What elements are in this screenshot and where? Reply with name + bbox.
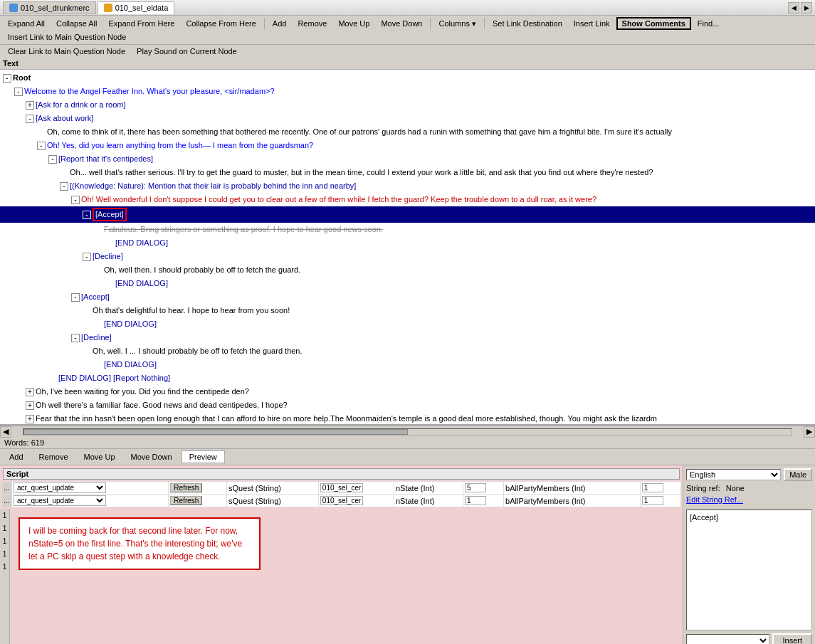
script-row1-refresh-btn[interactable]: Refresh bbox=[170, 483, 202, 492]
script-row1-p3l: bAllPartyMembers (Int) bbox=[504, 482, 641, 495]
tree-area[interactable]: - Root - Welcome to the Angel Feather In… bbox=[0, 70, 815, 426]
toolbar-row2: Clear Link to Main Question Node Play So… bbox=[0, 45, 815, 58]
expander-knowledge[interactable]: - bbox=[60, 182, 68, 191]
script-row2-refresh: Refresh bbox=[169, 495, 227, 507]
expander-wonderful[interactable]: - bbox=[71, 196, 80, 204]
expander-welcome[interactable]: - bbox=[14, 88, 23, 96]
expander-waiting[interactable]: + bbox=[26, 388, 34, 396]
expander-decline1[interactable]: - bbox=[83, 253, 91, 261]
script-row1-p2-input[interactable] bbox=[465, 483, 486, 492]
script-row2-p1-input[interactable] bbox=[320, 496, 363, 505]
show-comments-btn[interactable]: Show Comments bbox=[616, 17, 691, 30]
expander-familiar[interactable]: + bbox=[26, 401, 34, 410]
script-row-2: ... acr_quest_update Refresh sQuest (Str… bbox=[2, 495, 681, 507]
tree-node-knowledge: - [(Knowledge: Nature): Mention that the… bbox=[0, 179, 815, 193]
bottom-move-up-btn[interactable]: Move Up bbox=[78, 451, 122, 463]
insert-link-main-btn[interactable]: Insert Link to Main Question Node bbox=[3, 31, 131, 43]
edit-string-ref-link[interactable]: Edit String Ref... bbox=[686, 495, 743, 504]
nav-next[interactable]: ▶ bbox=[801, 2, 812, 14]
expander-learn[interactable]: - bbox=[37, 142, 46, 150]
collapse-from-here-btn[interactable]: Collapse From Here bbox=[181, 18, 261, 29]
row-numbers: 1 1 1 1 1 bbox=[0, 509, 10, 644]
clear-link-main-btn[interactable]: Clear Link to Main Question Node bbox=[3, 46, 130, 57]
tree-node-serious: Oh... well that's rather serious. I'll t… bbox=[0, 166, 815, 179]
insert-link-btn[interactable]: Insert Link bbox=[569, 18, 615, 29]
tree-node-end1: [END DIALOG] bbox=[0, 236, 815, 250]
script-row2-p3-input[interactable] bbox=[642, 496, 663, 505]
word-count: Words: 619 bbox=[0, 437, 815, 449]
script-row2-dots: ... bbox=[2, 495, 12, 507]
callout-row-area: 1 1 1 1 1 I will be coming back for that… bbox=[0, 509, 683, 644]
tree-node-decline2: - [Decline] bbox=[0, 331, 815, 344]
insert-combo[interactable] bbox=[686, 634, 769, 644]
expander-work[interactable]: - bbox=[26, 115, 34, 123]
tree-node-accept2: - [Accept] bbox=[0, 290, 815, 304]
tree-node-end2: [END DIALOG] bbox=[0, 277, 815, 290]
tree-node-end4: [END DIALOG] bbox=[0, 358, 815, 371]
bottom-move-down-btn[interactable]: Move Down bbox=[125, 451, 179, 463]
language-row: English Male bbox=[686, 468, 812, 481]
move-up-btn[interactable]: Move Up bbox=[333, 18, 374, 29]
sep1 bbox=[264, 18, 265, 29]
bottom-add-btn[interactable]: Add bbox=[3, 451, 30, 463]
remove-btn[interactable]: Remove bbox=[293, 18, 332, 29]
collapse-all-btn[interactable]: Collapse All bbox=[51, 18, 102, 29]
script-row1-p3-input[interactable] bbox=[642, 483, 663, 492]
add-btn[interactable]: Add bbox=[268, 18, 292, 29]
script-row1-p2l: nState (Int) bbox=[394, 482, 463, 495]
expander-accept-sel[interactable]: - bbox=[83, 211, 91, 219]
root-expander[interactable]: - bbox=[3, 74, 11, 83]
columns-btn[interactable]: Columns ▾ bbox=[433, 18, 480, 30]
hscroll-right[interactable]: ▶ bbox=[804, 426, 815, 438]
tree-node-drink: + [Ask for a drink or a room] bbox=[0, 98, 815, 112]
row-num-4: 1 bbox=[0, 547, 9, 560]
tree-node-familiar: + Oh well there's a familiar face. Good … bbox=[0, 398, 815, 412]
h-scrollbar[interactable]: ◀ ▶ bbox=[0, 426, 815, 437]
script-row2-func: acr_quest_update bbox=[12, 495, 169, 507]
move-down-btn[interactable]: Move Down bbox=[376, 18, 427, 29]
expand-from-here-btn[interactable]: Expand From Here bbox=[103, 18, 179, 29]
expand-all-btn[interactable]: Expand All bbox=[3, 18, 50, 29]
script-row1-p2v bbox=[463, 482, 503, 495]
left-area: Script ... acr_quest_update Refresh bbox=[0, 465, 683, 644]
title-bar: 010_sel_drunkmerc 010_sel_eldata ◀ ▶ bbox=[0, 0, 815, 16]
expander-fear[interactable]: + bbox=[26, 415, 34, 423]
tree-node-end3: [END DIALOG] bbox=[0, 317, 815, 331]
nav-prev[interactable]: ◀ bbox=[788, 2, 799, 14]
insert-btn[interactable]: Insert bbox=[772, 633, 812, 644]
tree-node-end-report: [END DIALOG] [Report Nothing] bbox=[0, 371, 815, 385]
set-link-dest-btn[interactable]: Set Link Destination bbox=[488, 18, 567, 29]
script-table: ... acr_quest_update Refresh sQuest (Str… bbox=[1, 481, 681, 507]
string-ref-value: None bbox=[726, 484, 745, 492]
row-num-5: 1 bbox=[0, 560, 9, 573]
expander-decline2[interactable]: - bbox=[71, 334, 80, 342]
script-row2-refresh-btn[interactable]: Refresh bbox=[170, 496, 202, 505]
expander-report-cent[interactable]: - bbox=[48, 155, 57, 164]
script-row1-p1v bbox=[318, 482, 394, 495]
tab-drunkmerc[interactable]: 010_sel_drunkmerc bbox=[3, 1, 96, 14]
tree-node-welcome: - Welcome to the Angel Feather Inn. What… bbox=[0, 85, 815, 98]
expander-drink[interactable]: + bbox=[26, 101, 34, 110]
male-btn[interactable]: Male bbox=[784, 468, 812, 481]
script-row2-p2-input[interactable] bbox=[465, 496, 486, 505]
tree-node-report-cent: - [Report that it's centipedes] bbox=[0, 152, 815, 166]
language-select[interactable]: English bbox=[686, 469, 781, 480]
script-row2-func-select[interactable]: acr_quest_update bbox=[14, 495, 106, 506]
script-row1-p1-input[interactable] bbox=[320, 483, 363, 492]
tab-eldata[interactable]: 010_sel_eldata bbox=[98, 1, 175, 14]
tab-icon-orange bbox=[104, 4, 112, 12]
script-row1-p3v bbox=[640, 482, 680, 495]
hscroll-track[interactable] bbox=[23, 428, 792, 436]
preview-tab-btn[interactable]: Preview bbox=[182, 450, 225, 463]
nav-arrows: ◀ ▶ bbox=[788, 2, 812, 14]
hscroll-thumb[interactable] bbox=[23, 429, 408, 435]
script-row1-func-select[interactable]: acr_quest_update bbox=[14, 482, 106, 493]
tree-node-accept-selected[interactable]: - [Accept] bbox=[0, 206, 815, 223]
hscroll-left[interactable]: ◀ bbox=[0, 426, 11, 438]
expander-accept2[interactable]: - bbox=[71, 293, 80, 302]
find-btn[interactable]: Find... bbox=[693, 18, 725, 29]
play-sound-btn[interactable]: Play Sound on Current Node bbox=[132, 46, 242, 57]
tree-node-learn: - Oh! Yes, did you learn anything from t… bbox=[0, 139, 815, 152]
bottom-remove-btn[interactable]: Remove bbox=[33, 451, 75, 463]
bracket-content-box: [Accept] bbox=[686, 510, 812, 630]
